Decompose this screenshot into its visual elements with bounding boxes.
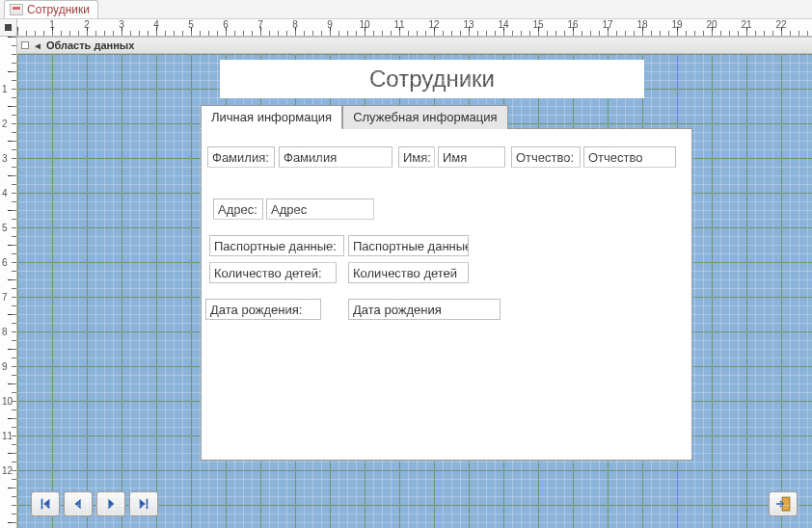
ruler-h-number: 22 [775,19,786,30]
ruler-h-number: 13 [463,19,474,30]
ruler-v-number: 10 [2,396,13,407]
detail-section-body[interactable]: Сотрудники Личная информация Служебная и… [17,54,812,528]
design-surface[interactable]: ◄ Область данных Сотрудники Личная инфор… [17,37,812,528]
ruler-v-number: 4 [2,188,8,198]
ruler-h-number: 5 [188,19,194,30]
form-icon [10,4,23,15]
ruler-h-number: 7 [257,19,263,30]
ruler-v-number: 9 [2,361,8,372]
window-tabstrip: Сотрудники [0,0,812,19]
ruler-h-ticks [17,19,812,36]
close-door-icon [775,496,791,512]
ruler-v-number: 11 [2,431,13,441]
detail-section-header[interactable]: ◄ Область данных [17,37,812,54]
ruler-h-number: 16 [567,19,578,30]
window-tab-label: Сотрудники [27,3,90,16]
tab-work-info[interactable]: Служебная информация [342,105,507,129]
ruler-horizontal[interactable]: 12345678910111213141516171819202122 [17,19,812,37]
field-surname[interactable]: Фамилия [279,146,392,168]
nav-last-button[interactable] [129,491,158,516]
ruler-h-number: 19 [671,19,682,30]
nav-last-icon [137,497,150,511]
ruler-v-number: 7 [2,292,8,303]
ruler-corner-selector[interactable] [0,19,17,37]
label-address[interactable]: Адрес: [213,198,263,220]
label-passport[interactable]: Паспортные данные: [209,235,344,256]
window-tab-employees[interactable]: Сотрудники [4,0,98,18]
ruler-h-number: 3 [119,19,124,30]
ruler-v-number: 12 [2,465,13,476]
label-children-count[interactable]: Количество детей: [209,262,337,283]
nav-prev-icon [71,497,85,511]
ruler-h-number: 12 [428,19,439,30]
field-passport[interactable]: Паспортные данные [348,235,469,256]
detail-section-label: Область данных [46,40,134,51]
tab-personal-info[interactable]: Личная информация [201,105,342,129]
nav-next-button[interactable] [96,491,125,516]
ruler-v-number: 8 [2,327,8,337]
nav-prev-button[interactable] [64,491,93,516]
ruler-h-number: 11 [393,19,404,30]
section-handle-icon [21,41,29,49]
ruler-h-number: 1 [49,19,55,30]
nav-next-icon [104,497,118,511]
ruler-v-number: 3 [2,153,8,164]
ruler-h-number: 18 [636,19,647,30]
ruler-h-number: 15 [532,19,543,30]
ruler-h-number: 4 [153,19,159,30]
field-birthdate[interactable]: Дата рождения [348,299,501,320]
tab-headers: Личная информация Служебная информация [201,104,692,128]
ruler-h-number: 20 [706,19,717,30]
ruler-h-number: 2 [84,19,90,30]
label-birthdate[interactable]: Дата рождения: [205,299,321,320]
label-name[interactable]: Имя: [398,146,435,168]
tab-control[interactable]: Личная информация Служебная информация Ф… [201,104,692,461]
ruler-h-number: 9 [327,19,333,30]
ruler-v-number: 1 [2,84,8,94]
form-title-label[interactable]: Сотрудники [220,60,644,98]
field-address[interactable]: Адрес [266,198,374,220]
ruler-h-number: 21 [741,19,751,30]
field-children-count[interactable]: Количество детей [348,262,469,283]
section-chevron-icon: ◄ [33,40,42,51]
ruler-h-number: 17 [602,19,612,30]
tab-page-personal[interactable]: Фамилия: Фамилия Имя: Имя Отчество: Отче… [201,128,692,461]
close-form-button[interactable] [769,491,798,516]
field-patronymic[interactable]: Отчество [583,146,676,168]
ruler-h-number: 10 [359,19,369,30]
nav-first-icon [39,497,52,511]
field-name[interactable]: Имя [438,146,505,168]
label-patronymic[interactable]: Отчество: [511,146,581,168]
ruler-h-number: 8 [292,19,298,30]
label-surname[interactable]: Фамилия: [207,146,275,168]
ruler-vertical[interactable]: 123456789101112 [0,37,17,528]
ruler-h-number: 6 [223,19,229,30]
design-view: 12345678910111213141516171819202122 1234… [0,19,812,528]
nav-first-button[interactable] [31,491,60,516]
ruler-v-ticks [0,37,16,528]
ruler-v-number: 2 [2,119,8,129]
ruler-h-number: 14 [498,19,508,30]
record-nav-panel [31,491,158,516]
ruler-v-number: 5 [2,223,8,233]
ruler-v-number: 6 [2,257,8,268]
